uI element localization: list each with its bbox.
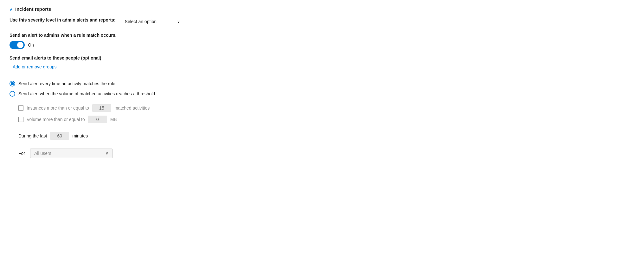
toggle-track bbox=[10, 41, 25, 49]
during-label: During the last bbox=[18, 133, 47, 138]
radio-threshold-label: Send alert when the volume of matched ac… bbox=[18, 91, 155, 96]
radio-every-time[interactable]: Send alert every time an activity matche… bbox=[10, 81, 634, 86]
toggle-row: On bbox=[10, 41, 634, 49]
toggle-label: On bbox=[28, 42, 34, 48]
for-row: For All users ∨ bbox=[18, 149, 634, 158]
for-select-text: All users bbox=[34, 151, 51, 156]
radio-threshold[interactable]: Send alert when the volume of matched ac… bbox=[10, 91, 634, 97]
for-chevron-down-icon: ∨ bbox=[106, 151, 108, 156]
section-title: Incident reports bbox=[15, 6, 51, 12]
volume-input[interactable] bbox=[88, 116, 107, 123]
toggle-thumb bbox=[17, 42, 23, 48]
volume-suffix: MB bbox=[110, 117, 117, 122]
instances-label: Instances more than or equal to bbox=[27, 105, 89, 111]
radio-every-time-input[interactable] bbox=[10, 81, 15, 86]
chevron-down-icon: ∨ bbox=[177, 19, 180, 24]
volume-checkbox[interactable] bbox=[18, 117, 23, 122]
add-groups-link[interactable]: Add or remove groups bbox=[10, 64, 57, 69]
instances-input[interactable] bbox=[92, 104, 111, 112]
during-input[interactable] bbox=[50, 132, 69, 140]
severity-select[interactable]: Select an option ∨ bbox=[121, 17, 184, 26]
instances-row: Instances more than or equal to matched … bbox=[18, 104, 634, 112]
instances-suffix: matched activities bbox=[114, 105, 150, 111]
for-select[interactable]: All users ∨ bbox=[30, 149, 113, 158]
alert-toggle[interactable] bbox=[10, 41, 25, 49]
during-row: During the last minutes bbox=[18, 132, 634, 140]
volume-label: Volume more than or equal to bbox=[27, 117, 85, 122]
for-label: For bbox=[18, 151, 25, 156]
severity-select-text: Select an option bbox=[125, 19, 157, 24]
instances-checkbox[interactable] bbox=[18, 105, 23, 111]
radio-group: Send alert every time an activity matche… bbox=[10, 81, 634, 158]
alert-admins-label: Send an alert to admins when a rule matc… bbox=[10, 33, 634, 38]
severity-row: Use this severity level in admin alerts … bbox=[10, 17, 634, 26]
chevron-up-icon[interactable]: ∧ bbox=[10, 7, 13, 12]
severity-label: Use this severity level in admin alerts … bbox=[10, 17, 116, 22]
email-section-label: Send email alerts to these people (optio… bbox=[10, 55, 634, 60]
section-header: ∧ Incident reports bbox=[10, 6, 634, 12]
volume-row: Volume more than or equal to MB bbox=[18, 116, 634, 123]
radio-every-time-label: Send alert every time an activity matche… bbox=[18, 81, 115, 86]
radio-every-time-dot bbox=[11, 82, 14, 85]
threshold-options: Instances more than or equal to matched … bbox=[18, 104, 634, 123]
radio-threshold-input[interactable] bbox=[10, 91, 15, 97]
during-suffix: minutes bbox=[72, 133, 88, 138]
